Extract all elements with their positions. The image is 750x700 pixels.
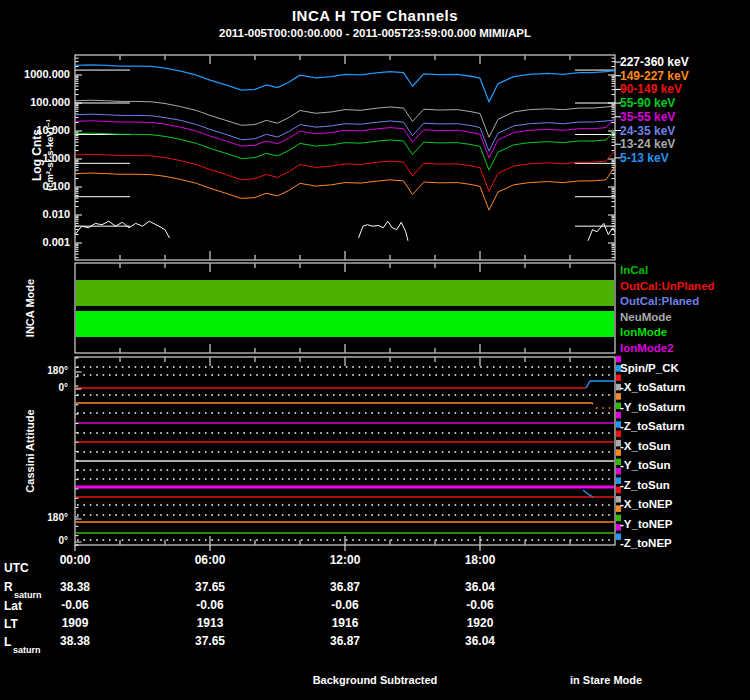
- r-row-label: R: [4, 580, 13, 594]
- mode-legend-item: IonMode: [620, 326, 667, 338]
- attitude-axis-title: Cassini Attitude: [24, 409, 36, 492]
- ephemeris-value: 1909: [40, 616, 110, 630]
- attitude-label: -Y_toSun: [620, 459, 670, 471]
- log-tick-label: 0.100: [0, 180, 70, 192]
- ephemeris-value: -0.06: [310, 598, 380, 612]
- attitude-label: Spin/P_CK: [620, 362, 679, 374]
- ephemeris-value: 1916: [310, 616, 380, 630]
- mode-legend-item: NeuMode: [620, 311, 672, 323]
- attitude-label: -Z_toSun: [620, 479, 670, 491]
- attitude-label: -Y_toNEP: [620, 518, 672, 530]
- ephemeris-value: 36.04: [445, 634, 515, 648]
- channel-legend-item: 55-90 keV: [620, 96, 675, 110]
- channel-legend-item: 149-227 keV: [620, 69, 689, 83]
- mode-legend-item: OutCal:Planed: [620, 295, 699, 307]
- channel-legend-item: 24-35 keV: [620, 124, 675, 138]
- ephemeris-value: 38.38: [40, 580, 110, 594]
- l-row-label: L: [4, 635, 11, 649]
- page-subtitle: 2011-005T00:00:00.000 - 2011-005T23:59:0…: [219, 27, 531, 39]
- log-tick-label: 10.000: [0, 124, 70, 136]
- channel-legend-item: 90-149 keV: [620, 82, 682, 96]
- attitude-label: -X_toNEP: [620, 498, 672, 510]
- mode-legend-item: IonMode2: [620, 342, 674, 354]
- channel-legend-item: 35-55 keV: [620, 110, 675, 124]
- ephemeris-value: 36.87: [310, 634, 380, 648]
- page-title: INCA H TOF Channels: [292, 7, 458, 24]
- ephemeris-value: 37.65: [175, 634, 245, 648]
- ephemeris-value: -0.06: [175, 598, 245, 612]
- utc-time-label: 12:00: [313, 553, 377, 567]
- ephemeris-value: 36.04: [445, 580, 515, 594]
- attitude-label: -Z_toSaturn: [620, 420, 685, 432]
- footer-left-text: Background Subtracted: [313, 674, 438, 686]
- ephemeris-value: 1913: [175, 616, 245, 630]
- log-tick-label: 0.010: [0, 208, 70, 220]
- channel-legend-item: 5-13 keV: [620, 151, 669, 165]
- log-tick-label: 1.000: [0, 152, 70, 164]
- log-tick-label: 0.001: [0, 236, 70, 248]
- utc-time-label: 18:00: [448, 553, 512, 567]
- degree-tick-label: 180°: [0, 365, 68, 376]
- utc-row-label: UTC: [4, 561, 29, 575]
- degree-tick-label: 0°: [0, 382, 68, 393]
- footer-right-text: in Stare Mode: [570, 674, 642, 686]
- mode-legend-item: OutCal:UnPlaned: [620, 280, 715, 292]
- utc-time-label: 00:00: [43, 553, 107, 567]
- channel-legend-item: 13-24 keV: [620, 137, 675, 151]
- lt-row-label: LT: [4, 617, 18, 631]
- inca-mode-axis-title: INCA Mode: [24, 279, 36, 337]
- ephemeris-value: -0.06: [445, 598, 515, 612]
- l-row-subscript: saturn: [13, 645, 41, 655]
- utc-time-label: 06:00: [178, 553, 242, 567]
- log-tick-label: 100.000: [0, 96, 70, 108]
- log-tick-label: 1000.000: [0, 68, 70, 80]
- degree-tick-label: 180°: [0, 512, 68, 523]
- ephemeris-value: 37.65: [175, 580, 245, 594]
- ephemeris-value: 36.87: [310, 580, 380, 594]
- lat-row-label: Lat: [4, 599, 22, 613]
- attitude-label: -Z_toNEP: [620, 537, 672, 549]
- ephemeris-value: -0.06: [40, 598, 110, 612]
- attitude-label: -Y_toSaturn: [620, 401, 685, 413]
- mode-legend-item: InCal: [620, 264, 648, 276]
- mimi-inca-plot-window: INCA H TOF Channels 2011-005T00:00:00.00…: [0, 0, 750, 700]
- ephemeris-value: 1920: [445, 616, 515, 630]
- ephemeris-value: 38.38: [40, 634, 110, 648]
- attitude-label: -X_toSun: [620, 440, 670, 452]
- degree-tick-label: 0°: [0, 535, 68, 546]
- attitude-label: -X_toSaturn: [620, 381, 685, 393]
- channel-legend-item: 227-360 keV: [620, 55, 689, 69]
